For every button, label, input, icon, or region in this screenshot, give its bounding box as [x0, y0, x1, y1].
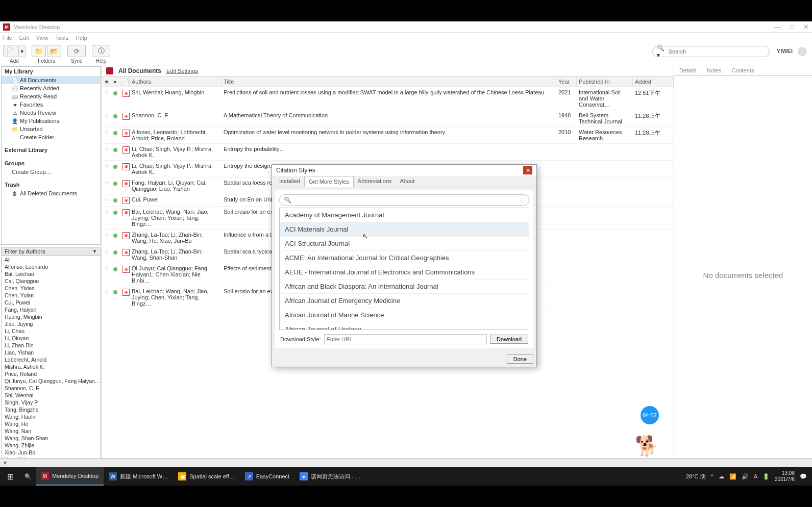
- library-item[interactable]: ★Favorites: [2, 100, 100, 109]
- filter-item[interactable]: Tang, Bingzhe: [2, 406, 100, 413]
- taskbar-item[interactable]: W新建 Microsoft W…: [104, 467, 173, 486]
- taskbar-item[interactable]: ↗EasyConnect: [240, 467, 294, 486]
- filter-item[interactable]: Cui, Puwei: [2, 299, 100, 306]
- style-item[interactable]: African and Black Diaspora: An Internati…: [280, 280, 529, 294]
- filter-item[interactable]: Wang, Zhijie: [2, 442, 100, 449]
- tab-details[interactable]: Details: [674, 65, 702, 75]
- start-button[interactable]: ⊞: [0, 472, 20, 481]
- style-item[interactable]: ACI Structural Journal: [280, 237, 529, 251]
- style-item[interactable]: Academy of Management Journal: [280, 208, 529, 222]
- col-title[interactable]: Title: [222, 77, 556, 87]
- add-dropdown[interactable]: ▾: [18, 45, 26, 57]
- done-button[interactable]: Done: [507, 354, 533, 364]
- download-url-input[interactable]: [324, 334, 487, 344]
- timer-bubble[interactable]: 04:52: [641, 406, 659, 424]
- taskbar-search-button[interactable]: 🔍: [20, 473, 36, 480]
- table-row[interactable]: ☆▣Shi, Wenhai; Huang, MingbinPredictions…: [102, 87, 674, 110]
- menu-edit[interactable]: Edit: [19, 35, 29, 41]
- style-item[interactable]: ACI Materials Journal: [280, 222, 529, 237]
- avatar[interactable]: [798, 47, 807, 56]
- filter-item[interactable]: All: [2, 256, 100, 263]
- library-item[interactable]: 📖Recently Read: [2, 92, 100, 100]
- menu-view[interactable]: View: [36, 35, 48, 41]
- close-button[interactable]: ✕: [803, 23, 809, 31]
- filter-item[interactable]: Wang, He: [2, 420, 100, 427]
- filter-item[interactable]: Fang, Haiyan: [2, 306, 100, 313]
- style-search-box[interactable]: 🔍 ◌: [279, 194, 529, 206]
- remove-folder-button[interactable]: 📂: [47, 45, 61, 57]
- style-item[interactable]: African Journal of Emergency Medicine: [280, 294, 529, 308]
- statusbar-arrow-icon[interactable]: ▼: [0, 460, 10, 466]
- library-item[interactable]: Create Folder…: [2, 133, 100, 141]
- filter-item[interactable]: Li, Zhan-Bin: [2, 342, 100, 349]
- tab-notes[interactable]: Notes: [702, 65, 727, 75]
- table-row[interactable]: ☆▣Alfonso, Leonardo; Lobbrecht, Arnold; …: [102, 127, 674, 144]
- filter-item[interactable]: Shi, Wenhai: [2, 392, 100, 399]
- filter-item[interactable]: Xiao, Jun-Bo: [2, 449, 100, 456]
- filter-item[interactable]: Price, Roland: [2, 370, 100, 377]
- table-row[interactable]: ☆▣Li, Chao; Singh, Vijay P.; Mishra, Ash…: [102, 144, 674, 161]
- style-item[interactable]: ACME: An International Journal for Criti…: [280, 251, 529, 265]
- filter-item[interactable]: Jiao, Juying: [2, 320, 100, 327]
- create-group-item[interactable]: Create Group…: [2, 168, 100, 176]
- filter-item[interactable]: Bai, Leichao: [2, 270, 100, 277]
- library-item[interactable]: ⚠Needs Review: [2, 109, 100, 117]
- style-item[interactable]: AEUE - International Journal of Electron…: [280, 265, 529, 280]
- filter-item[interactable]: Wang, Nan: [2, 427, 100, 435]
- download-button[interactable]: Download: [490, 335, 528, 344]
- clock[interactable]: 13:08 2021/7/6: [775, 470, 795, 483]
- user-label[interactable]: YIWEI: [777, 48, 793, 54]
- minimize-button[interactable]: —: [774, 23, 781, 31]
- filter-item[interactable]: Singh, Vijay P.: [2, 399, 100, 406]
- maximize-button[interactable]: □: [790, 23, 794, 31]
- filter-item[interactable]: Wang, Haolin: [2, 413, 100, 420]
- col-favorite[interactable]: ★: [102, 77, 111, 87]
- tray-volume-icon[interactable]: 🔊: [742, 473, 749, 480]
- filter-item[interactable]: Chen, Yulan: [2, 292, 100, 299]
- dialog-tab[interactable]: Installed: [275, 176, 304, 187]
- tray-wifi-icon[interactable]: 📶: [729, 473, 736, 480]
- filter-item[interactable]: Wang, Shan-Shan: [2, 435, 100, 442]
- dialog-tab[interactable]: Abbreviations: [354, 176, 396, 187]
- new-folder-button[interactable]: 📁: [32, 45, 46, 57]
- filter-item[interactable]: Alfonso, Leonardo: [2, 263, 100, 270]
- menu-tools[interactable]: Tools: [55, 35, 68, 41]
- menu-file[interactable]: File: [3, 35, 12, 41]
- dialog-close-button[interactable]: ✕: [523, 166, 532, 174]
- col-authors[interactable]: Authors: [130, 77, 222, 87]
- library-item[interactable]: 👤My Publications: [2, 117, 100, 125]
- sync-button[interactable]: ⟳: [67, 45, 86, 57]
- filter-header[interactable]: Filter by Authors▼: [2, 247, 100, 256]
- filter-item[interactable]: Shannon, C. E.: [2, 385, 100, 392]
- help-button[interactable]: ⓘ: [92, 45, 110, 57]
- search-box[interactable]: 🔍▾: [652, 46, 770, 57]
- dialog-tab[interactable]: About: [396, 176, 419, 187]
- library-item[interactable]: 🕘Recently Added: [2, 84, 100, 92]
- tray-battery-icon[interactable]: 🔋: [762, 473, 770, 480]
- filter-item[interactable]: Li, Qiuyan: [2, 335, 100, 342]
- filter-item[interactable]: Chen, Yixian: [2, 285, 100, 292]
- col-added[interactable]: Added: [633, 77, 674, 87]
- filter-item[interactable]: Lobbrecht, Arnold: [2, 356, 100, 363]
- tray-cloud-icon[interactable]: ☁: [719, 473, 724, 480]
- tray-ime-icon[interactable]: A: [754, 473, 757, 479]
- library-item[interactable]: 📁Unsorted: [2, 125, 100, 133]
- weather-widget[interactable]: 28°C 阴: [686, 473, 706, 480]
- all-deleted-item[interactable]: 🗑All Deleted Documents: [2, 189, 100, 197]
- table-row[interactable]: ☆▣Shannon, C. E.A Mathematical Theory of…: [102, 110, 674, 127]
- library-item[interactable]: 📄All Documents: [2, 76, 100, 84]
- filter-item[interactable]: Cai, Qiangguo: [2, 277, 100, 285]
- filter-item[interactable]: Li, Chao: [2, 327, 100, 335]
- style-search-input[interactable]: [291, 197, 520, 203]
- taskbar-item[interactable]: ▣Spatial scale eff…: [173, 467, 239, 486]
- filter-item[interactable]: Mishra, Ashok K.: [2, 363, 100, 370]
- col-year[interactable]: Year: [556, 77, 577, 87]
- edit-settings-link[interactable]: Edit Settings: [166, 68, 198, 74]
- add-button[interactable]: 📄: [3, 45, 17, 57]
- taskbar-item[interactable]: ●该网页无法访问 - …: [294, 467, 366, 486]
- col-published-in[interactable]: Published In: [577, 77, 633, 87]
- col-read[interactable]: ●: [111, 77, 120, 87]
- tab-contents[interactable]: Contents: [726, 65, 759, 75]
- style-item[interactable]: African Journal of Marine Science: [280, 308, 529, 322]
- taskbar-item[interactable]: MMendeley Desktop: [36, 467, 104, 486]
